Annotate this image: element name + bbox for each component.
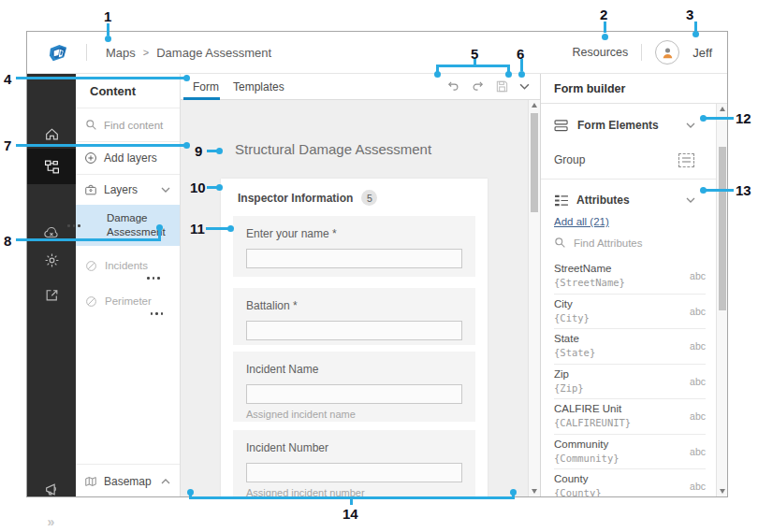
breadcrumb-maps-link[interactable]: Maps bbox=[106, 46, 136, 60]
chevron-down-icon[interactable] bbox=[519, 83, 530, 90]
app-header: Maps > Damage Assessment Resources Jeff bbox=[27, 32, 727, 74]
scroll-up-arrow-icon[interactable] bbox=[529, 100, 540, 110]
callout-number: 11 bbox=[190, 221, 205, 237]
scrollbar-thumb[interactable] bbox=[719, 147, 726, 310]
redo-icon[interactable] bbox=[471, 79, 485, 93]
form-title[interactable]: Structural Damage Assessment bbox=[235, 141, 431, 157]
rail-layers-button[interactable] bbox=[27, 149, 76, 184]
attribute-name: StreetName bbox=[554, 263, 611, 274]
callout-number: 1 bbox=[104, 8, 111, 24]
attribute-item-community[interactable]: Community {Community} abc bbox=[554, 435, 706, 470]
group-element-item[interactable]: Group bbox=[541, 145, 717, 175]
rail-feedback-button[interactable] bbox=[27, 472, 76, 506]
tab-form[interactable]: Form bbox=[193, 80, 219, 93]
attribute-name: CALFIRE Unit bbox=[554, 403, 621, 414]
form-tabs-bar: Form Templates bbox=[181, 74, 540, 100]
tab-templates[interactable]: Templates bbox=[233, 80, 284, 93]
find-content-search[interactable] bbox=[76, 108, 180, 142]
basemap-icon bbox=[84, 475, 97, 488]
attribute-type-badge: abc bbox=[690, 376, 706, 387]
rail-settings-button[interactable] bbox=[27, 243, 76, 277]
form-field-battalion[interactable]: Battalion * bbox=[233, 288, 475, 345]
scrollbar-thumb[interactable] bbox=[531, 113, 538, 212]
layer-options-menu-icon[interactable] bbox=[146, 276, 161, 280]
layer-options-menu-icon[interactable] bbox=[150, 311, 165, 315]
save-icon[interactable] bbox=[495, 79, 509, 93]
field-input-box[interactable] bbox=[246, 463, 462, 482]
attribute-item-calfire-unit[interactable]: CALFIRE Unit {CALFIREUNIT} abc bbox=[554, 399, 706, 435]
form-field-incident-name[interactable]: Incident Name Assigned incident name bbox=[233, 352, 475, 422]
layer-item-incidents[interactable]: Incidents bbox=[76, 248, 180, 283]
attributes-section-header[interactable]: Attributes bbox=[541, 186, 717, 214]
attribute-item-city[interactable]: City {City} abc bbox=[554, 295, 706, 330]
attribute-type-badge: abc bbox=[690, 410, 706, 422]
chevron-up-icon bbox=[161, 479, 170, 484]
layer-item-perimeter[interactable]: Perimeter bbox=[76, 283, 180, 319]
field-input-box[interactable] bbox=[246, 321, 462, 340]
attribute-code: {City} bbox=[554, 312, 590, 324]
field-input-box[interactable] bbox=[246, 249, 462, 268]
canvas-scrollbar[interactable] bbox=[528, 100, 540, 496]
chevron-down-icon[interactable] bbox=[686, 197, 695, 203]
double-chevron-right-icon: » bbox=[48, 514, 56, 529]
attribute-type-badge: abc bbox=[690, 270, 706, 281]
attribute-item-streetname[interactable]: StreetName {StreetName} abc bbox=[554, 259, 706, 295]
resources-link[interactable]: Resources bbox=[573, 46, 629, 59]
field-label: Incident Number bbox=[246, 441, 462, 454]
attribute-type-badge: abc bbox=[690, 446, 706, 457]
add-layers-button[interactable]: Add layers bbox=[76, 142, 180, 175]
add-all-attributes-link[interactable]: Add all (21) bbox=[554, 216, 609, 227]
attribute-code: {CALFIREUNIT} bbox=[554, 417, 631, 428]
not-visible-icon bbox=[85, 295, 97, 308]
layer-name-line1: Damage bbox=[107, 211, 166, 225]
form-elements-section-header[interactable]: Form Elements bbox=[541, 111, 717, 139]
field-label: Enter your name * bbox=[246, 227, 462, 240]
layer-options-menu-icon[interactable] bbox=[66, 223, 81, 227]
attribute-item-county[interactable]: County {County} abc bbox=[554, 469, 706, 496]
app-navigation-rail: » bbox=[27, 74, 76, 496]
find-content-input[interactable] bbox=[104, 120, 169, 131]
rail-expand-button[interactable]: » bbox=[27, 505, 76, 532]
field-hint: Assigned incident number bbox=[246, 487, 462, 496]
scroll-down-arrow-icon[interactable] bbox=[529, 486, 540, 496]
attribute-name: State bbox=[554, 333, 579, 344]
form-field-name[interactable]: Enter your name * bbox=[233, 216, 475, 277]
arcgis-logo-icon bbox=[48, 42, 69, 64]
search-icon bbox=[85, 119, 97, 131]
gear-icon bbox=[44, 252, 60, 268]
attribute-name: County bbox=[554, 473, 588, 484]
callout-number: 4 bbox=[4, 71, 11, 87]
scroll-down-arrow-icon[interactable] bbox=[717, 486, 727, 496]
find-attributes-search[interactable] bbox=[554, 237, 677, 249]
group-element-label: Group bbox=[554, 153, 585, 166]
find-attributes-input[interactable] bbox=[574, 237, 677, 249]
form-builder-title: Form builder bbox=[541, 74, 727, 104]
rail-share-button[interactable] bbox=[27, 278, 76, 311]
attribute-item-state[interactable]: State {State} abc bbox=[554, 329, 706, 365]
chevron-down-icon[interactable] bbox=[686, 122, 695, 128]
form-field-incident-number[interactable]: Incident Number Assigned incident number bbox=[233, 430, 475, 496]
field-hint: Assigned incident name bbox=[246, 409, 462, 420]
callout-number: 10 bbox=[190, 180, 206, 195]
megaphone-icon bbox=[44, 482, 60, 497]
search-icon bbox=[554, 237, 566, 249]
form-group-card[interactable]: Inspector Information 5 Enter your name … bbox=[221, 179, 488, 496]
field-input-box[interactable] bbox=[246, 384, 462, 404]
attribute-name: Community bbox=[554, 439, 608, 450]
field-label: Battalion * bbox=[246, 299, 462, 312]
scroll-up-arrow-icon[interactable] bbox=[717, 104, 727, 114]
form-canvas-column: Form Templates bbox=[181, 74, 540, 496]
attribute-type-badge: abc bbox=[690, 306, 706, 317]
attributes-icon bbox=[554, 194, 569, 207]
builder-scrollbar[interactable] bbox=[716, 104, 727, 496]
layers-section-header[interactable]: Layers bbox=[76, 175, 180, 205]
user-name-label: Jeff bbox=[692, 46, 712, 60]
field-label: Incident Name bbox=[246, 363, 462, 376]
layers-section-label: Layers bbox=[104, 183, 138, 196]
user-avatar[interactable] bbox=[655, 40, 679, 65]
add-layers-label: Add layers bbox=[104, 151, 157, 165]
attribute-item-zip[interactable]: Zip {Zip} abc bbox=[554, 365, 706, 400]
undo-icon[interactable] bbox=[446, 79, 460, 93]
basemap-section-header[interactable]: Basemap bbox=[76, 464, 180, 497]
share-export-icon bbox=[44, 287, 60, 303]
